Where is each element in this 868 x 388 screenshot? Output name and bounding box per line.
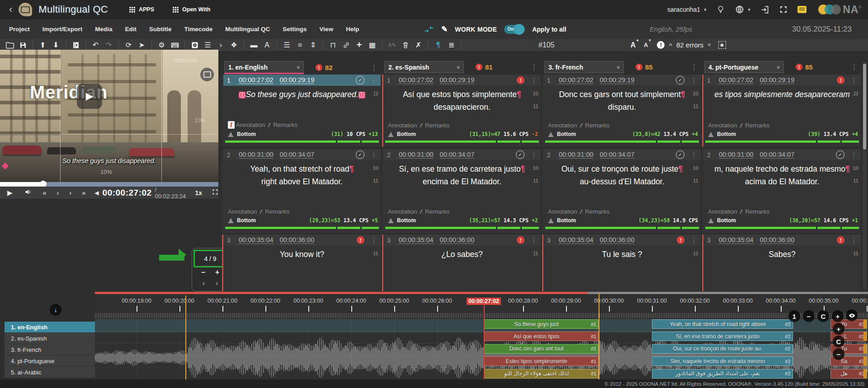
back-icon[interactable]: ‹ [9,4,12,15]
undo-icon[interactable]: ↶ [89,40,102,50]
zoom-out-button[interactable]: − [803,310,815,322]
subtitle-block[interactable]: Donc ces gars ont tout#1 [484,344,599,354]
font-style-icon[interactable]: A [260,40,274,50]
cell-menu-icon[interactable]: ⋮ [691,151,697,159]
position-label[interactable]: Bottom [237,217,256,224]
cell-menu-icon[interactable]: ⋮ [371,237,377,244]
timeline-track-5[interactable]: 5. ar-Arabic [5,367,95,378]
pilcrow-icon[interactable]: ¶ [432,40,445,50]
subtitle-block[interactable]: Yeah, on that stretch of road right abov… [652,319,793,329]
position-label[interactable]: Bottom [557,131,576,137]
timecode-in[interactable]: 00:00:27:02 [719,76,754,84]
check-circle-icon[interactable]: ✓ [356,150,364,159]
playback-rate[interactable]: 1x [195,189,202,196]
annotation-tab[interactable]: Annotation [548,208,577,215]
remarks-tab[interactable]: Remarks [265,208,289,215]
menu-edit[interactable]: Edit [119,26,143,33]
position-label[interactable]: Bottom [397,131,416,137]
check-circle-icon[interactable]: ✓ [836,150,844,159]
subtitle-text[interactable]: m, naquele trecho de estrada mesmo¶10aci… [703,160,861,188]
errors-dropdown[interactable]: ! ˄ 82 errors ˅ [657,41,711,49]
timecode-in[interactable]: 00:00:35:04 [239,236,274,244]
timecode-out[interactable]: 00:00:29:19 [760,76,795,84]
jump-end-button[interactable]: » [76,189,91,196]
column-error-badge[interactable]: !81 [476,63,493,71]
columns-scrollbar[interactable] [863,62,867,290]
pip-icon[interactable] [200,68,214,81]
column-menu-icon[interactable]: ⋮ [531,63,538,71]
language-menu[interactable]: ▾ [735,5,751,14]
export-icon[interactable]: ⬇ [49,40,62,50]
cell-menu-icon[interactable]: ⋮ [531,237,537,244]
visibility-eye-icon[interactable] [846,309,858,321]
zoom-in-button[interactable]: + [832,310,844,322]
subtitle-text[interactable]: es tipos simplesmente desapareceram11 [703,86,861,101]
menu-import-export[interactable]: Import/Export [36,26,89,33]
apps-button[interactable]: APPS [129,6,154,13]
subtitle-text[interactable]: You know it?11 [223,246,381,261]
subtitle-block[interactable]: Así que estos tipos#1 [484,332,599,341]
subtitle-cell[interactable]: 200:00:31:0000:00:34:07✓⋮Yeah, on that s… [222,149,381,233]
submit-icon[interactable]: ➤ [135,40,148,50]
timecode-in[interactable]: 00:00:35:04 [399,236,434,244]
subtitle-text[interactable]: Donc ces gars ont tout simplement¶10disp… [543,86,701,113]
auto-fix-icon[interactable] [188,40,201,50]
cell-menu-icon[interactable]: ⋮ [691,237,697,244]
open-project-icon[interactable] [3,40,16,50]
logout-icon[interactable] [760,5,769,14]
prev-frame-button[interactable]: ‹ [52,189,64,196]
timecode-out[interactable]: 00:00:36:00 [440,236,475,244]
box-fill-icon[interactable]: ▬ [247,40,260,50]
font-increase-button[interactable]: A▲ [631,41,639,49]
cell-menu-icon[interactable]: ⋮ [851,151,857,159]
timeline-collapse-icon[interactable]: ↓ [50,304,61,316]
timecode-in[interactable]: 00:00:35:04 [559,236,594,244]
cell-menu-icon[interactable]: ⋮ [531,151,537,159]
timecode-out[interactable]: 00:00:29:19 [280,76,315,84]
remarks-tab[interactable]: Remarks [425,122,449,129]
column-error-badge[interactable]: !85 [796,63,813,71]
language-select[interactable]: 4. pt-Portuguese˅ [704,61,784,73]
column-error-badge[interactable]: !82 [316,64,333,71]
subtitle-cell[interactable]: 100:00:27:0200:00:29:19✓⋮ⒾSo these guys … [222,75,381,147]
list-view-icon[interactable]: ≣ [445,40,458,50]
subtitle-cell[interactable]: 200:00:31:0000:00:34:07✓⋮m, naquele trec… [702,149,861,233]
counter-next-button[interactable]: › [216,279,218,287]
subtitle-text[interactable]: Sabes?11 [703,246,861,261]
timecode-in[interactable]: 00:00:31:00 [559,151,594,159]
annotation-tab[interactable]: Annotation [236,122,265,128]
font-decrease-button[interactable]: A▼ [644,42,651,48]
error-circle-icon[interactable]: ! [357,236,364,244]
timeline-track-4[interactable]: 4. pt-Portuguese [5,355,95,367]
clear-icon[interactable]: ✗ [412,40,425,50]
counter-minus-button[interactable]: − [201,268,205,276]
align-center-icon[interactable]: ≡ [293,40,307,50]
refresh-icon[interactable]: ⟳ [122,40,135,50]
video-play-overlay-button[interactable]: ▶ [77,84,102,109]
volume-icon[interactable] [19,189,37,196]
position-label[interactable]: Bottom [717,131,736,137]
settings-gear-icon[interactable]: ⚙ [155,40,168,50]
subtitle-text[interactable]: Sí, en ese tramo de carretera justo¶10en… [383,160,541,188]
timecode-out[interactable]: 00:00:36:00 [760,236,795,244]
errors-expand-icon[interactable]: ˅ [708,42,711,48]
user-menu[interactable]: saracunha1 ▾ [667,6,707,13]
error-circle-icon[interactable]: ! [517,76,524,84]
annotation-tab[interactable]: Annotation [388,122,417,129]
cell-menu-icon[interactable]: ⋮ [371,77,377,84]
timecode-in[interactable]: 00:00:31:00 [239,151,274,159]
subtitle-cell[interactable]: 100:00:27:0200:00:29:19✓⋮Donc ces gars o… [542,75,701,147]
menu-settings[interactable]: Settings [276,26,313,33]
check-circle-icon[interactable]: ✓ [676,150,684,159]
cell-menu-icon[interactable]: ⋮ [531,77,537,84]
import-icon[interactable]: ⬆ [36,40,49,50]
subtitle-text[interactable]: ⒾSo these guys just disappeared.Ⓘ11 [223,86,381,102]
next-frame-button[interactable]: › [64,189,77,196]
remarks-tab[interactable]: Remarks [585,122,609,129]
tracks-count-button[interactable]: 1 [788,310,800,322]
column-menu-icon[interactable]: ⋮ [371,64,378,72]
subtitle-block[interactable]: So these guys just#1 [484,319,599,329]
reset-zoom-button[interactable]: C [817,310,829,322]
remarks-tab[interactable]: Remarks [273,122,297,128]
timeline-track-3[interactable]: 3. fr-French [5,344,95,355]
